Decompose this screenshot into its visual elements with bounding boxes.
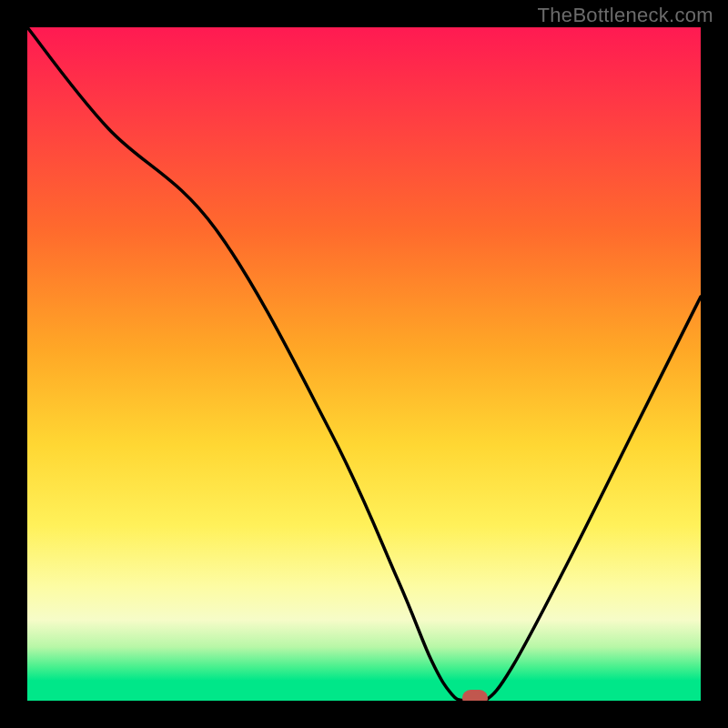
plot-area: [27, 27, 701, 701]
curve-path: [27, 27, 701, 701]
chart-frame: TheBottleneck.com: [0, 0, 728, 728]
watermark-label: TheBottleneck.com: [538, 4, 713, 27]
bottleneck-curve: [27, 27, 701, 701]
minimum-marker: [462, 690, 488, 701]
